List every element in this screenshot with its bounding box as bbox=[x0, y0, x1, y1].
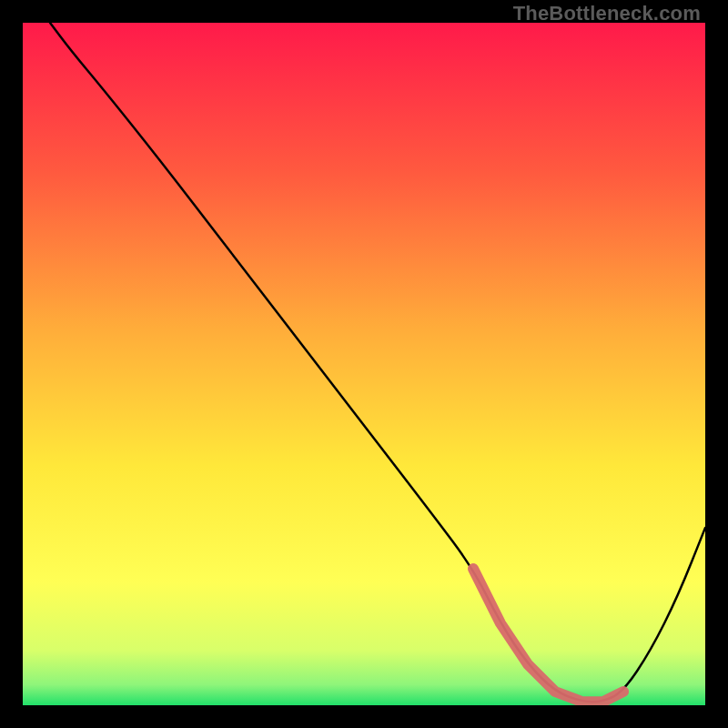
watermark-label: TheBottleneck.com bbox=[513, 2, 701, 25]
chart-svg bbox=[23, 23, 705, 705]
gradient-background bbox=[23, 23, 705, 705]
chart-frame bbox=[23, 23, 705, 705]
